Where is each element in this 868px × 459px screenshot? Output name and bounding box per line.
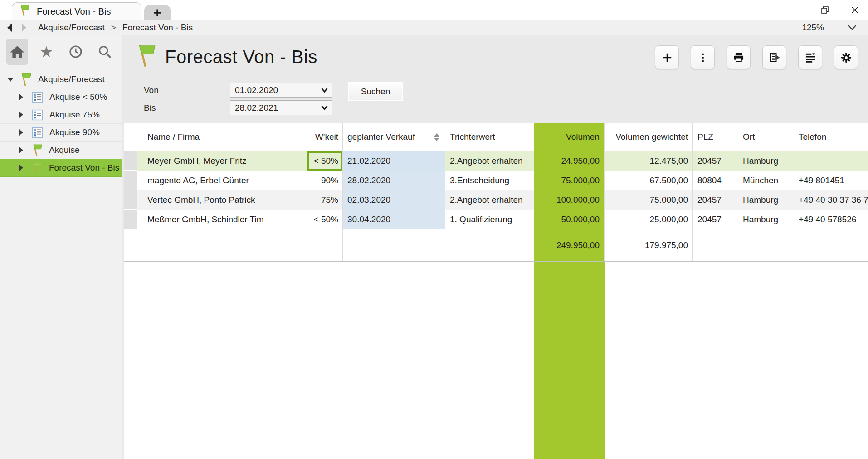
cell-ort[interactable]: Hamburg (738, 210, 794, 229)
cell-volumen[interactable]: 75.000,00 (534, 171, 605, 190)
home-button[interactable] (6, 39, 28, 65)
back-button[interactable] (5, 23, 14, 33)
new-tab-button[interactable] (144, 5, 171, 20)
row-selector[interactable] (124, 210, 137, 229)
tree-item-akquise-75[interactable]: Akquise 75% (0, 106, 122, 124)
cell-ort[interactable]: Hamburg (738, 190, 794, 210)
cell-name[interactable]: Meyer GmbH, Meyer Fritz (137, 151, 307, 171)
cell-volumen[interactable]: 24.950,00 (534, 151, 605, 171)
recent-button[interactable] (65, 39, 87, 65)
von-date-select[interactable]: 01.02.2020 (230, 83, 332, 98)
cell-volumen-gewichtet[interactable]: 25.000,00 (605, 210, 693, 229)
cell-datum[interactable]: 28.02.2020 (343, 171, 445, 190)
cell-plz[interactable]: 80804 (693, 171, 738, 190)
cell-wkeit[interactable]: < 50% (307, 210, 343, 229)
expand-collapse-icon[interactable] (7, 78, 15, 82)
breadcrumb-parent[interactable]: Akquise/Forecast (38, 23, 105, 33)
tree-item-akquise-forecast[interactable]: Akquise/Forecast (0, 71, 122, 88)
cell-trichterwert[interactable]: 2.Angebot erhalten (445, 151, 534, 171)
col-header-geplanter-verkauf[interactable]: geplanter Verkauf (343, 123, 445, 151)
cell-name[interactable]: magento AG, Erbel Günter (137, 171, 307, 190)
expand-icon[interactable] (19, 147, 26, 153)
row-selector[interactable] (124, 190, 137, 210)
zoom-level[interactable]: 125% (790, 23, 836, 33)
table-row[interactable]: Vertec GmbH, Ponto Patrick 75% 02.03.202… (124, 190, 868, 210)
totals-empty (137, 230, 307, 261)
restore-button[interactable] (818, 3, 832, 17)
favorites-button[interactable]: ★ (35, 39, 57, 65)
cell-trichterwert[interactable]: 1. Qualifizierung (445, 210, 534, 229)
sort-icon[interactable] (434, 133, 439, 141)
tree-item-forecast-von-bis[interactable]: Forecast Von - Bis (0, 159, 122, 177)
col-header-ort[interactable]: Ort (738, 123, 794, 151)
row-selector[interactable] (124, 151, 137, 171)
tree-item-akquise-lt50[interactable]: Akquise < 50% (0, 88, 122, 106)
cell-ort[interactable]: Hamburg (738, 151, 794, 171)
minimize-button[interactable] (788, 3, 802, 17)
expand-icon[interactable] (19, 94, 26, 100)
close-button[interactable] (848, 3, 862, 17)
cell-datum[interactable]: 02.03.2020 (343, 190, 445, 210)
more-actions-button[interactable] (691, 45, 715, 69)
cell-volumen-gewichtet[interactable]: 12.475,00 (605, 151, 693, 171)
totals-empty (343, 230, 445, 261)
tree-item-label: Forecast Von - Bis (49, 163, 119, 173)
col-header-volumen-gewichtet[interactable]: Volumen gewichtet (605, 123, 693, 151)
view-options-button[interactable] (798, 45, 822, 69)
col-header-volumen[interactable]: Volumen (534, 123, 605, 151)
cell-wkeit[interactable]: 90% (307, 171, 343, 190)
cell-volumen[interactable]: 50.000,00 (534, 210, 605, 229)
cell-plz[interactable]: 20457 (693, 151, 738, 171)
cell-plz[interactable]: 20457 (693, 210, 738, 229)
col-header-wkeit[interactable]: W'keit (307, 123, 343, 151)
cell-ort[interactable]: München (738, 171, 794, 190)
tree-item-akquise[interactable]: Akquise (0, 142, 122, 159)
list-folder-icon (32, 92, 43, 103)
cell-trichterwert[interactable]: 2.Angebot erhalten (445, 190, 534, 210)
page-flag-icon (137, 44, 157, 70)
cell-volumen-gewichtet[interactable]: 75.000,00 (605, 190, 693, 210)
cell-telefon[interactable]: +49 40 578526 (794, 210, 868, 229)
forward-button[interactable] (20, 23, 28, 33)
cell-plz[interactable]: 20457 (693, 190, 738, 210)
table-row[interactable]: Meyer GmbH, Meyer Fritz < 50% 21.02.2020… (124, 151, 868, 171)
cell-name[interactable]: Vertec GmbH, Ponto Patrick (137, 190, 307, 210)
expand-icon[interactable] (19, 112, 26, 118)
col-header-trichterwert[interactable]: Trichterwert (445, 123, 534, 151)
row-selector[interactable] (124, 171, 137, 190)
tab-forecast-von-bis[interactable]: Forecast Von - Bis (12, 2, 141, 20)
cell-telefon[interactable]: +49 801451 (794, 171, 868, 190)
sidebar: ★ (0, 35, 122, 459)
col-header-name-firma[interactable]: Name / Firma (137, 123, 307, 151)
zoom-dropdown-button[interactable] (836, 24, 868, 31)
cell-datum[interactable]: 21.02.2020 (343, 151, 445, 171)
cell-volumen[interactable]: 100.000,00 (534, 190, 605, 210)
tree-item-label: Akquise 75% (49, 110, 100, 120)
expand-icon[interactable] (19, 165, 26, 171)
flag-icon (32, 144, 43, 156)
col-header-telefon[interactable]: Telefon (794, 123, 868, 151)
table-row[interactable]: Meßmer GmbH, Schindler Tim < 50% 30.04.2… (124, 210, 868, 230)
bis-date-select[interactable]: 28.02.2021 (230, 100, 332, 115)
cell-volumen-gewichtet[interactable]: 67.500,00 (605, 171, 693, 190)
tree-item-label: Akquise/Forecast (38, 74, 105, 84)
date-filter-form: Von 01.02.2020 Bis 28.02.2021 (122, 78, 868, 116)
cell-trichterwert[interactable]: 3.Entscheidung (445, 171, 534, 190)
search-button[interactable] (94, 39, 116, 65)
col-header-plz[interactable]: PLZ (693, 123, 738, 151)
print-button[interactable] (727, 45, 751, 69)
table-row[interactable]: magento AG, Erbel Günter 90% 28.02.2020 … (124, 171, 868, 190)
settings-button[interactable] (834, 45, 858, 69)
expand-icon[interactable] (19, 129, 26, 136)
cell-wkeit[interactable]: 75% (307, 190, 343, 210)
cell-datum[interactable]: 30.04.2020 (343, 210, 445, 229)
add-button[interactable] (655, 45, 679, 69)
export-report-button[interactable] (762, 45, 786, 69)
search-submit-button[interactable]: Suchen (348, 82, 403, 101)
cell-name[interactable]: Meßmer GmbH, Schindler Tim (137, 210, 307, 229)
tree-item-akquise-90[interactable]: Akquise 90% (0, 124, 122, 142)
cell-telefon[interactable] (794, 151, 868, 171)
cell-telefon[interactable]: +49 40 30 37 36 70 (794, 190, 868, 210)
breadcrumb-separator: > (111, 23, 116, 33)
cell-wkeit-focused[interactable]: < 50% (307, 151, 343, 171)
